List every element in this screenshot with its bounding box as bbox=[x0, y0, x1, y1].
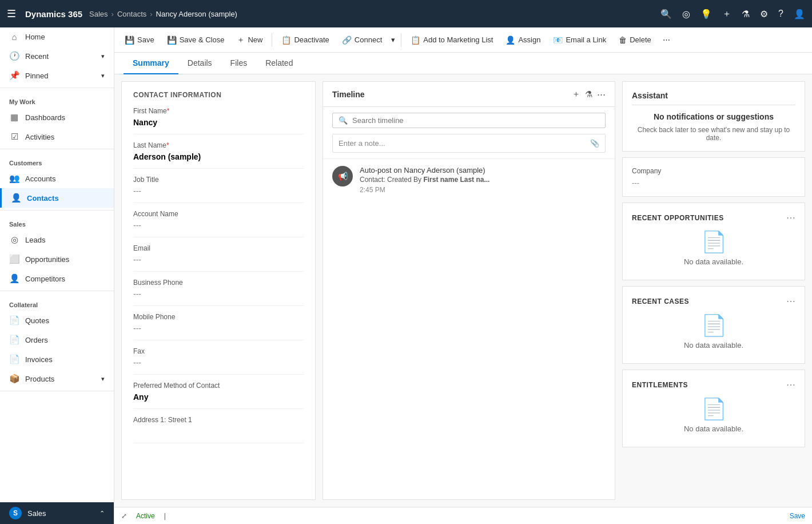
sidebar-label-home: Home bbox=[25, 33, 45, 41]
chevron-down-icon: ▾ bbox=[391, 35, 395, 44]
assistant-message: No notifications or suggestions bbox=[632, 112, 795, 121]
last-name-value[interactable]: Aderson (sample) bbox=[133, 151, 304, 162]
more-button[interactable]: ⋯ bbox=[658, 32, 675, 47]
contacts-icon: 👤 bbox=[11, 193, 21, 203]
timeline-content: Auto-post on Nancy Aderson (sample) Cont… bbox=[360, 166, 606, 194]
tab-summary[interactable]: Summary bbox=[124, 53, 178, 74]
separator bbox=[401, 33, 401, 47]
business-phone-value[interactable]: --- bbox=[133, 288, 304, 300]
preferred-contact-label: Preferred Method of Contact bbox=[133, 382, 304, 390]
timeline-search-box[interactable]: 🔍 bbox=[332, 113, 606, 128]
expand-icon[interactable]: ⤢ bbox=[121, 512, 127, 520]
timeline-header: Timeline ＋ ⚗ ⋯ bbox=[323, 82, 615, 107]
sidebar-label-opportunities: Opportunities bbox=[25, 255, 69, 264]
sidebar-item-accounts[interactable]: 👥 Accounts bbox=[0, 169, 114, 188]
mobile-phone-value[interactable]: --- bbox=[133, 323, 304, 334]
right-panel: Assistant No notifications or suggestion… bbox=[622, 81, 805, 500]
tab-files[interactable]: Files bbox=[221, 53, 257, 74]
help-icon[interactable]: ? bbox=[778, 9, 783, 19]
preferred-contact-value[interactable]: Any bbox=[133, 391, 304, 403]
timeline-filter-button[interactable]: ⚗ bbox=[585, 89, 592, 100]
timeline-panel: Timeline ＋ ⚗ ⋯ 🔍 Enter a note... 📎 bbox=[323, 81, 615, 500]
more-icon: ⋯ bbox=[663, 35, 670, 44]
section-header-sales: Sales bbox=[0, 213, 114, 230]
sidebar-item-opportunities[interactable]: ⬜ Opportunities bbox=[0, 249, 114, 269]
filter-icon[interactable]: ⚗ bbox=[742, 9, 750, 19]
three-col-layout: CONTACT INFORMATION First Name* Nancy La… bbox=[114, 74, 812, 507]
lightbulb-icon[interactable]: 💡 bbox=[700, 9, 712, 19]
sidebar-item-invoices[interactable]: 📄 Invoices bbox=[0, 350, 114, 369]
field-last-name: Last Name* Aderson (sample) bbox=[133, 141, 304, 169]
fax-value[interactable]: --- bbox=[133, 357, 304, 368]
sidebar-item-leads[interactable]: ◎ Leads bbox=[0, 230, 114, 249]
recent-cases-more-button[interactable]: ⋯ bbox=[786, 296, 795, 307]
timeline-add-button[interactable]: ＋ bbox=[572, 89, 580, 100]
first-name-value[interactable]: Nancy bbox=[133, 117, 304, 128]
section-header-customers: Customers bbox=[0, 152, 114, 169]
settings-icon[interactable]: ⚙ bbox=[760, 9, 768, 19]
recent-cases-card: RECENT CASES ⋯ 📄 No data available. bbox=[622, 286, 805, 364]
recent-opp-more-button[interactable]: ⋯ bbox=[786, 212, 795, 223]
sidebar-item-activities[interactable]: ☑ Activities bbox=[0, 127, 114, 146]
clock-icon[interactable]: ◎ bbox=[682, 9, 690, 19]
sidebar-item-pinned[interactable]: 📌 Pinned ▾ bbox=[0, 66, 114, 85]
user-icon[interactable]: 👤 bbox=[794, 9, 805, 19]
chevron-down-icon: ▾ bbox=[101, 53, 105, 60]
status-save-button[interactable]: Save bbox=[790, 512, 805, 520]
sidebar-item-competitors[interactable]: 👤 Competitors bbox=[0, 269, 114, 288]
assign-button[interactable]: 👤 Assign bbox=[500, 32, 546, 48]
assistant-subtext: Check back later to see what's new and s… bbox=[632, 126, 795, 142]
status-separator: | bbox=[164, 512, 166, 520]
section-header-collateral: Collateral bbox=[0, 293, 114, 311]
save-close-label: Save & Close bbox=[180, 35, 225, 44]
breadcrumb-contacts[interactable]: Contacts bbox=[117, 10, 146, 18]
sidebar-label-competitors: Competitors bbox=[25, 275, 65, 283]
save-close-button[interactable]: 💾 Save & Close bbox=[161, 32, 230, 48]
main-layout: ⌂ Home 🕐 Recent ▾ 📌 Pinned ▾ My Work ▦ D… bbox=[0, 27, 812, 524]
save-button[interactable]: 💾 Save bbox=[119, 32, 160, 48]
sidebar-label-dashboards: Dashboards bbox=[25, 113, 65, 122]
sidebar-item-recent[interactable]: 🕐 Recent ▾ bbox=[0, 46, 114, 66]
entitlements-header: ENTITLEMENTS ⋯ bbox=[632, 379, 795, 390]
email-link-label: Email a Link bbox=[566, 35, 606, 44]
delete-button[interactable]: 🗑 Delete bbox=[613, 32, 657, 48]
new-button[interactable]: ＋ New bbox=[231, 31, 268, 49]
add-marketing-button[interactable]: 📋 Add to Marketing List bbox=[405, 32, 499, 48]
sidebar-item-contacts[interactable]: 👤 Contacts bbox=[0, 188, 114, 208]
connect-label: Connect bbox=[355, 35, 382, 44]
sidebar-item-orders[interactable]: 📄 Orders bbox=[0, 330, 114, 350]
sidebar-label-recent: Recent bbox=[25, 52, 49, 61]
sidebar-item-dashboards[interactable]: ▦ Dashboards bbox=[0, 108, 114, 127]
note-input-area[interactable]: Enter a note... 📎 bbox=[332, 134, 606, 153]
hamburger-menu[interactable]: ☰ bbox=[7, 7, 16, 20]
search-icon[interactable]: 🔍 bbox=[660, 9, 672, 19]
email-link-button[interactable]: 📧 Email a Link bbox=[547, 32, 612, 48]
sidebar-label-invoices: Invoices bbox=[25, 355, 53, 364]
new-label: New bbox=[248, 35, 262, 44]
email-value[interactable]: --- bbox=[133, 254, 304, 265]
sidebar-item-home[interactable]: ⌂ Home bbox=[0, 27, 114, 46]
add-icon[interactable]: ＋ bbox=[722, 8, 731, 20]
sidebar-item-sales-hub[interactable]: S Sales ⌃ bbox=[0, 502, 114, 524]
field-business-phone: Business Phone --- bbox=[133, 279, 304, 306]
competitors-icon: 👤 bbox=[9, 273, 19, 284]
breadcrumb-sales[interactable]: Sales bbox=[89, 10, 108, 18]
sidebar-item-products[interactable]: 📦 Products ▾ bbox=[0, 369, 114, 388]
address-street-value[interactable] bbox=[133, 426, 304, 437]
sidebar-label-leads: Leads bbox=[25, 236, 45, 244]
connect-button[interactable]: 🔗 Connect bbox=[336, 32, 388, 48]
chevron-down-icon: ▾ bbox=[101, 375, 105, 383]
tab-details[interactable]: Details bbox=[178, 53, 221, 74]
connect-chevron-button[interactable]: ▾ bbox=[389, 32, 397, 47]
timeline-search-input[interactable] bbox=[352, 116, 599, 125]
deactivate-button[interactable]: 📋 Deactivate bbox=[276, 32, 335, 48]
sidebar-item-quotes[interactable]: 📄 Quotes bbox=[0, 311, 114, 330]
job-title-value[interactable]: --- bbox=[133, 185, 304, 197]
sidebar-label-products: Products bbox=[25, 375, 54, 383]
company-card: Company --- bbox=[622, 157, 805, 197]
entitlements-more-button[interactable]: ⋯ bbox=[786, 379, 795, 390]
save-icon: 💾 bbox=[125, 35, 134, 45]
timeline-more-button[interactable]: ⋯ bbox=[597, 89, 606, 100]
tab-related[interactable]: Related bbox=[256, 53, 302, 74]
account-name-value[interactable]: --- bbox=[133, 220, 304, 231]
